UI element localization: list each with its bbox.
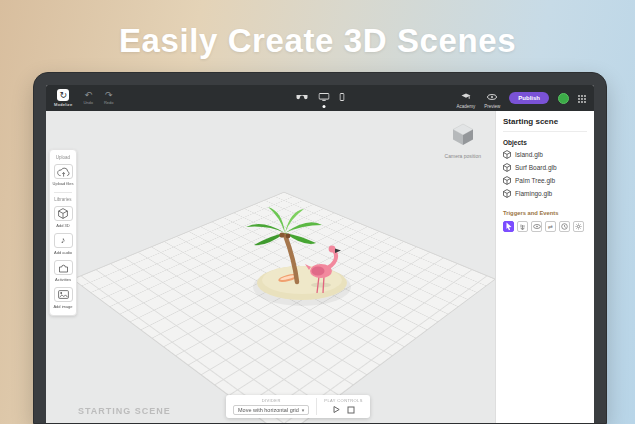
objects-section-label: Objects <box>503 139 587 146</box>
libraries-section-label: Libraries <box>54 197 71 202</box>
cursor-icon <box>505 222 513 231</box>
object-list-item[interactable]: Flamingo.glb <box>503 187 587 200</box>
scene-canvas[interactable]: Camera position STARTING SCENE DIVIDER M… <box>46 111 495 423</box>
camera-position-widget[interactable]: Camera position <box>445 121 481 159</box>
music-note-icon: ♪ <box>61 236 66 245</box>
trigger-hover-button[interactable] <box>517 221 528 232</box>
undo-icon: ↶ <box>84 91 92 100</box>
divider <box>54 192 72 193</box>
stop-icon <box>347 406 355 414</box>
publish-button[interactable]: Publish <box>509 92 549 104</box>
add-image-button[interactable] <box>54 287 73 302</box>
camera-cube-icon <box>450 121 476 151</box>
island-object <box>253 266 351 306</box>
trigger-settings-button[interactable] <box>573 221 584 232</box>
upload-files-button[interactable] <box>54 164 73 179</box>
active-view-indicator <box>323 105 326 108</box>
logo-label: Modelize <box>54 102 72 107</box>
hero-title: Easily Create 3D Scenes <box>0 22 635 60</box>
triggers-section-label: Triggers and Events <box>503 210 587 216</box>
divider <box>316 398 317 415</box>
add-audio-button[interactable]: ♪ <box>54 233 73 248</box>
promo-page: Easily Create 3D Scenes ↻ Modelize ↶ Und… <box>0 0 635 424</box>
toolbar-left-group: ↻ Modelize ↶ Undo ↷ Redo <box>54 89 114 107</box>
redo-button[interactable]: ↷ Redo <box>104 91 114 105</box>
trigger-buttons-row: ⇄ <box>503 221 587 232</box>
puzzle-icon <box>58 263 69 273</box>
play-controls-group: PLAY CONTROLS <box>324 398 362 415</box>
object-cube-icon <box>503 189 511 198</box>
image-icon <box>58 290 69 299</box>
trigger-visibility-button[interactable] <box>531 221 542 232</box>
activities-button[interactable] <box>54 260 73 275</box>
object-list-item[interactable]: Surf Board.glb <box>503 161 587 174</box>
undo-button[interactable]: ↶ Undo <box>83 91 93 105</box>
cube-icon <box>58 208 68 219</box>
move-mode-group: DIVIDER Move with horizontal grid ▾ <box>233 398 309 415</box>
hand-icon <box>519 223 526 230</box>
trigger-swap-button[interactable]: ⇄ <box>545 221 556 232</box>
preview-button[interactable]: Preview <box>484 88 500 109</box>
desktop-view-button[interactable] <box>319 89 330 108</box>
move-mode-select[interactable]: Move with horizontal grid ▾ <box>233 405 309 415</box>
upload-section-label: Upload <box>56 155 70 160</box>
top-toolbar: ↻ Modelize ↶ Undo ↷ Redo <box>46 85 594 111</box>
ar-glasses-icon <box>296 89 309 104</box>
object-cube-icon <box>503 176 511 185</box>
play-icon <box>332 405 341 414</box>
user-avatar[interactable] <box>558 93 569 104</box>
toolbar-right-group: Academy Preview Publish <box>457 88 586 109</box>
stop-button[interactable] <box>347 406 355 414</box>
apps-menu-button[interactable] <box>578 91 586 106</box>
scene-watermark: STARTING SCENE <box>78 406 171 416</box>
app-logo[interactable]: ↻ Modelize <box>54 89 72 107</box>
academy-button[interactable]: Academy <box>457 88 476 109</box>
desktop-icon <box>319 89 330 104</box>
mobile-icon <box>340 89 345 104</box>
academy-icon <box>461 88 471 103</box>
laptop-frame: ↻ Modelize ↶ Undo ↷ Redo <box>33 72 607 424</box>
cloud-upload-icon <box>57 167 70 177</box>
grid-dots-icon <box>578 91 586 106</box>
app-window: ↻ Modelize ↶ Undo ↷ Redo <box>46 85 594 423</box>
object-list-item[interactable]: Palm Tree.glb <box>503 174 587 187</box>
object-cube-icon <box>503 150 511 159</box>
left-toolbar: Upload Upload files Libraries Add <box>49 149 77 316</box>
add-3d-button[interactable] <box>54 206 73 221</box>
device-view-switcher <box>296 89 345 108</box>
scene-title: Starting scene <box>503 117 587 132</box>
eye-icon <box>487 88 497 103</box>
object-cube-icon <box>503 163 511 172</box>
ar-view-button[interactable] <box>296 89 309 108</box>
trigger-tap-button[interactable] <box>503 221 514 232</box>
redo-icon: ↷ <box>105 91 113 100</box>
gear-icon <box>575 223 582 230</box>
sync-logo-icon: ↻ <box>57 89 69 101</box>
3d-scene <box>196 163 416 333</box>
play-button[interactable] <box>332 405 341 414</box>
clock-icon <box>561 223 568 230</box>
right-panel: Starting scene Objects Island.glb Surf B… <box>495 111 594 423</box>
swap-arrows-icon: ⇄ <box>548 224 553 230</box>
mobile-view-button[interactable] <box>340 89 345 108</box>
trigger-timer-button[interactable] <box>559 221 570 232</box>
play-control-bar: DIVIDER Move with horizontal grid ▾ PLAY… <box>226 395 370 418</box>
chevron-down-icon: ▾ <box>302 408 305 413</box>
object-list-item[interactable]: Island.glb <box>503 148 587 161</box>
eye-icon <box>533 224 541 229</box>
